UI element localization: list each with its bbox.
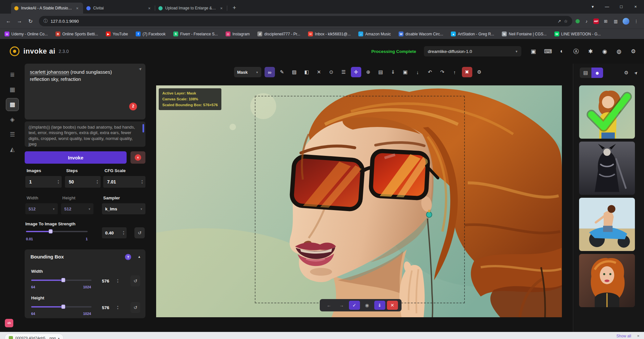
bookmark-item[interactable]: f(7) Facebook [136,31,166,36]
maximize-button[interactable]: □ [614,0,628,13]
stepper[interactable]: ▲▼ [96,180,98,184]
show-all-downloads-link[interactable]: Show all [616,334,631,338]
tab-image-to-image[interactable]: ▦ [6,83,19,96]
tab-training[interactable]: ◭ [6,143,19,156]
bbox-width-slider-thumb[interactable] [61,278,65,282]
reload-button[interactable]: ↻ [25,16,36,26]
pin-icon[interactable]: ➤ [137,66,143,72]
discord-icon[interactable]: ◍ [615,48,623,55]
undo-button[interactable]: ↶ [425,67,435,77]
canvas-artwork[interactable] [156,85,562,317]
bbox-height-slider-thumb[interactable] [61,305,65,309]
bbox-height-reset-button[interactable]: ↺ [130,302,140,313]
images-input[interactable]: 1 ▲▼ [25,176,62,188]
redo-button[interactable]: ↷ [437,67,448,77]
browser-tab[interactable]: Upload Image to Enlarge & Enhance× [155,3,227,14]
brush-tool-button[interactable]: ✎ [277,67,287,77]
fill-tool-button[interactable]: ◧ [302,67,312,77]
close-window-button[interactable]: × [628,0,643,13]
tab-close-icon[interactable]: × [75,6,80,11]
hotkeys-icon[interactable]: ⌨ [544,48,551,55]
github-icon[interactable]: ◉ [601,48,608,55]
bbox-height-slider[interactable] [31,301,92,312]
report-bug-icon[interactable]: ✱ [587,48,594,55]
bookmark-star-icon[interactable]: ☆ [564,19,568,24]
share-icon[interactable]: ↗ [557,19,561,24]
bookmark-item[interactable]: fiFiverr - Freelance S... [173,31,218,36]
gallery-user-button[interactable]: ☻ [591,68,603,78]
i2i-reset-button[interactable]: ↺ [134,227,145,238]
bookmark-item[interactable]: NNeil Fontaine | CGS... [502,31,547,36]
browser-menu-icon[interactable]: ⋮ [633,18,639,24]
tab-post-processing[interactable]: ☰ [6,128,19,141]
invoke-button[interactable]: Invoke [25,151,127,164]
i2i-value-input[interactable]: 0.40 ▲▼ [102,227,127,238]
upload-image-button[interactable]: ↑ [450,67,460,77]
stepper[interactable]: ▲▼ [117,305,119,310]
new-tab-button[interactable]: + [230,3,239,12]
bbox-width-reset-button[interactable]: ↺ [130,275,140,286]
minimize-button[interactable]: — [600,0,614,13]
console-toggle-button[interactable]: </> [5,319,13,327]
bookmark-item[interactable]: WLINE WEBTOON - G... [554,31,601,36]
bbox-height-input[interactable]: 576 ▲▼ [99,302,121,313]
cancel-button[interactable]: × [130,151,145,164]
clear-canvas-button[interactable]: ✖ [462,67,472,77]
language-icon[interactable]: Ⓐ [573,48,580,55]
bookmark-item[interactable]: BOnline Sports Betti... [56,31,98,36]
chevron-up-icon[interactable]: ▴ [58,336,60,339]
profile-avatar[interactable] [623,18,629,25]
tab-search-icon[interactable]: ▾ [586,0,600,13]
tab-unified-canvas[interactable]: ▩ [6,98,19,111]
prompt-input[interactable]: scarlett johansson (round sunglasses) re… [25,64,145,119]
accept-staging-button[interactable]: ✓ [349,301,360,310]
save-staging-button[interactable]: ⇓ [374,301,385,310]
scrollbar-thumb[interactable] [142,124,144,132]
merge-layers-button[interactable]: ▤ [376,67,386,77]
stepper[interactable]: ▲▼ [57,180,59,184]
download-item[interactable]: 000979.40d74eb5....png ▴ [5,333,64,339]
bookmark-item[interactable]: ▲ArtStation - Greg R... [451,31,494,36]
bookmark-item[interactable]: ♪Amazon Music [358,31,391,36]
cfg-scale-input[interactable]: 7.01 ▲▼ [103,176,145,188]
browser-tab[interactable]: Civitai× [83,3,155,14]
forward-button[interactable]: → [14,16,25,26]
move-tool-button[interactable]: ✛ [351,67,361,77]
previous-staging-button[interactable]: ← [324,301,335,310]
theme-icon[interactable]: ◐ [558,48,565,55]
bookmark-item[interactable]: ✉Inbox - klk56831@... [308,31,351,36]
stepper[interactable]: ▲▼ [141,180,143,184]
gallery-generations-button[interactable]: ▤ [580,68,591,78]
tab-text-to-image[interactable]: ≣ [6,68,19,81]
browser-tab[interactable]: InvokeAI - A Stable Diffusion Toolkit× [11,3,83,14]
extension-green-icon[interactable] [576,19,580,23]
save-to-gallery-button[interactable]: ⇓ [388,67,398,77]
collapse-chevron-icon[interactable]: ▴ [138,254,140,259]
download-image-button[interactable]: ↓ [413,67,423,77]
gallery-thumbnail-3[interactable] [579,198,635,251]
bookmark-item[interactable]: UUdemy - Online Co... [5,31,48,36]
bookmark-item[interactable]: Wdisable Wacom Circ... [399,31,443,36]
i2i-slider-thumb[interactable] [49,229,53,233]
settings-icon[interactable]: ⚙ [630,48,637,55]
extensions-puzzle-icon[interactable]: ⊞ [602,18,609,24]
site-info-icon[interactable]: ⓘ [43,18,48,24]
close-shelf-icon[interactable]: × [637,333,639,338]
width-select[interactable]: 512 ▾ [25,203,58,214]
sampler-select[interactable]: k_lms ▾ [102,203,145,214]
negative-prompt-input[interactable]: ((implants)) (large boobs) nude bad anat… [25,121,145,147]
bbox-width-slider[interactable] [31,275,92,286]
tab-nodes[interactable]: ◈ [6,113,19,126]
gallery-pin-icon[interactable]: ➤ [633,70,639,76]
help-icon[interactable]: ? [125,254,131,260]
model-manager-icon[interactable]: ▣ [530,48,537,55]
address-bar[interactable]: ⓘ 127.0.0.1:9090 ↗ ☆ [39,16,572,26]
copy-to-clipboard-button[interactable]: ▣ [400,67,411,77]
bookmark-item[interactable]: ddiscipleneil777 - Pr... [257,31,300,36]
side-panel-icon[interactable]: ▥ [613,18,619,24]
erase-bounding-box-button[interactable]: ✕ [314,67,324,77]
color-picker-button[interactable]: ⊙ [326,67,337,77]
canvas-settings-button[interactable]: ⚙ [474,67,485,77]
mask-options-button[interactable]: ∞ [265,67,275,77]
layer-select[interactable]: Mask ▾ [234,67,261,77]
